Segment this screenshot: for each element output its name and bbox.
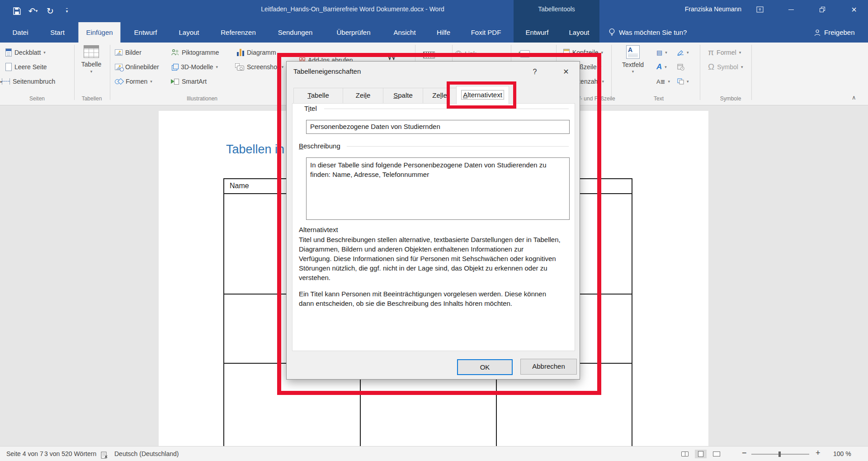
ribbon-button-kopfzeile[interactable]: Kopfzeile ▾ <box>563 47 603 58</box>
zoom-out-button[interactable]: − <box>742 446 747 460</box>
zoom-slider[interactable] <box>751 454 809 455</box>
save-button[interactable] <box>10 4 24 18</box>
minimize-button[interactable] <box>781 0 802 19</box>
zoom-slider-thumb[interactable] <box>778 451 781 457</box>
ribbon-button-smartart[interactable]: SmartArt <box>171 76 207 87</box>
group-separator <box>751 45 752 100</box>
tab-ansicht[interactable]: Ansicht <box>391 22 418 43</box>
tab-referenzen[interactable]: Referenzen <box>218 22 259 43</box>
tab-ueberpruefen[interactable]: Überprüfen <box>334 22 373 43</box>
user-name: Franziska Neumann <box>665 5 741 13</box>
customize-qat-button[interactable]: ▾ <box>61 4 73 18</box>
tab-tabletools-layout[interactable]: Layout <box>566 22 592 43</box>
dialog-tab-spalte[interactable]: Spalte <box>383 88 423 103</box>
ribbon-button-diagramm[interactable]: Diagramm <box>237 47 276 58</box>
ribbon-button-datum-uhrzeit[interactable] <box>677 61 684 73</box>
dialog-title: Tabelleneigenschaften <box>293 67 361 75</box>
tab-tabletools-entwurf[interactable]: Entwurf <box>523 22 552 43</box>
ribbon-button-schnellbausteine[interactable]: ▤ ▾ <box>656 47 667 58</box>
chevron-down-icon: ▾ <box>216 65 218 69</box>
word-count[interactable]: 3 von 520 Wörtern <box>44 447 96 461</box>
ribbon-button-initiale[interactable]: A≣ ▾ <box>656 76 670 87</box>
ribbon-button-bilder[interactable]: Bilder <box>115 47 142 58</box>
dialog-tab-alternativtext[interactable]: Alternativtext <box>456 86 509 104</box>
restore-button[interactable] <box>812 0 833 19</box>
minimize-icon <box>788 10 794 10</box>
beschreibung-textarea[interactable]: In dieser Tabelle sind folgende Personen… <box>306 157 570 220</box>
ribbon-button-textfeld[interactable]: A Textfeld ▾ <box>618 45 647 74</box>
tell-me-box[interactable]: Was möchten Sie tun? <box>609 22 687 43</box>
ribbon-button-screenshot[interactable]: Screenshot ▾ <box>235 61 283 73</box>
alternativtext-note: Ein Titel kann Personen mit Beeinträchti… <box>299 289 572 308</box>
button-label: Seitenumbruch <box>13 78 55 85</box>
ribbon-button-seitenumbruch[interactable]: ▸ Seitenumbruch <box>2 76 55 87</box>
pictures-icon <box>115 49 123 56</box>
button-label: Piktogramme <box>182 49 219 56</box>
shapes-icon <box>115 78 123 85</box>
group-label-tabellen: Tabellen <box>82 95 102 102</box>
close-button[interactable]: × <box>843 0 865 19</box>
share-button[interactable]: Freigeben <box>814 22 855 43</box>
undo-button[interactable]: ↶▾ <box>25 4 41 18</box>
ribbon-button-onlinevideo[interactable] <box>423 49 435 61</box>
tab-label: Alternativtext <box>462 90 504 99</box>
ribbon-display-options-button[interactable] <box>750 0 770 19</box>
chevron-down-icon: ▾ <box>601 50 604 55</box>
zoom-in-button[interactable]: + <box>816 446 821 460</box>
tab-sendungen[interactable]: Sendungen <box>275 22 316 43</box>
tab-einfuegen[interactable]: Einfügen <box>78 22 120 43</box>
dialog-tab-zelle[interactable]: Zelle <box>423 88 457 103</box>
ribbon-button-kommentar[interactable] <box>520 48 530 60</box>
tab-datei[interactable]: Datei <box>9 22 31 43</box>
tab-hilfe[interactable]: Hilfe <box>434 22 453 43</box>
ribbon-button-formen[interactable]: Formen ▾ <box>115 76 152 87</box>
table-properties-dialog: Tabelleneigenschaften ? ✕ Tabelle Zeile … <box>286 61 580 380</box>
print-layout-button[interactable] <box>695 450 707 458</box>
ribbon-button-piktogramme[interactable]: Piktogramme <box>171 47 219 58</box>
tell-me-label: Was möchten Sie tun? <box>619 29 687 36</box>
redo-icon: ↻ <box>47 6 54 16</box>
ribbon-button-link[interactable]: Link <box>455 48 476 60</box>
proofing-status[interactable] <box>100 450 108 458</box>
read-mode-button[interactable] <box>679 450 691 458</box>
page-indicator[interactable]: Seite 4 von 7 <box>6 447 43 461</box>
web-layout-button[interactable] <box>711 450 722 458</box>
restore-icon <box>820 7 825 12</box>
language-indicator[interactable]: Deutsch (Deutschland) <box>114 447 179 461</box>
tab-start[interactable]: Start <box>47 22 67 43</box>
cancel-button[interactable]: Abbrechen <box>520 359 577 375</box>
ribbon-button-symbol[interactable]: Ω Symbol ▾ <box>708 61 743 73</box>
undo-icon: ↶ <box>28 6 36 16</box>
tab-foxit-pdf[interactable]: Foxit PDF <box>468 22 504 43</box>
tab-entwurf[interactable]: Entwurf <box>132 22 160 43</box>
tab-layout[interactable]: Layout <box>176 22 202 43</box>
ribbon-button-formel[interactable]: π Formel ▾ <box>708 47 741 58</box>
ribbon-button-wordart[interactable]: A ▾ <box>656 61 667 73</box>
ok-button[interactable]: OK <box>457 359 513 375</box>
customize-qat-icon: ▾ <box>66 8 68 14</box>
ribbon-button-tabelle[interactable]: Tabelle ▾ <box>78 45 105 74</box>
tab-label: Tabelle <box>307 91 329 99</box>
ribbon-button-leere-seite[interactable]: Leere Seite <box>5 61 47 73</box>
dialog-close-button[interactable]: ✕ <box>558 66 574 78</box>
chevron-down-icon: ▾ <box>90 69 93 74</box>
ribbon-button-objekt[interactable]: ▾ <box>677 76 689 87</box>
collapse-ribbon-button[interactable]: ∧ <box>852 94 856 101</box>
ribbon-button-signaturzeile[interactable]: ▾ <box>677 47 689 58</box>
table-header-cell[interactable]: Name <box>230 182 249 190</box>
dialog-tab-zeile[interactable]: Zeile <box>343 88 383 103</box>
ribbon-button-3d-modelle[interactable]: 3D-Modelle ▾ <box>171 61 218 73</box>
page-break-icon: ▸ <box>2 78 10 85</box>
redo-button[interactable]: ↻ <box>43 4 57 18</box>
dialog-tab-tabelle[interactable]: Tabelle <box>293 88 343 103</box>
ribbon-button-onlinebilder[interactable]: Onlinebilder <box>115 61 159 73</box>
tab-label: Zeile <box>356 91 371 99</box>
zoom-level[interactable]: 100 % <box>833 447 851 461</box>
online-video-icon <box>423 52 435 58</box>
chart-icon <box>237 49 244 56</box>
close-icon: × <box>851 5 857 15</box>
group-separator <box>110 45 110 100</box>
ribbon-button-deckblatt[interactable]: Deckblatt ▾ <box>5 47 46 58</box>
dialog-help-button[interactable]: ? <box>527 66 542 78</box>
titel-input[interactable]: Personenbezogene Daten von Studiernden <box>306 120 570 134</box>
